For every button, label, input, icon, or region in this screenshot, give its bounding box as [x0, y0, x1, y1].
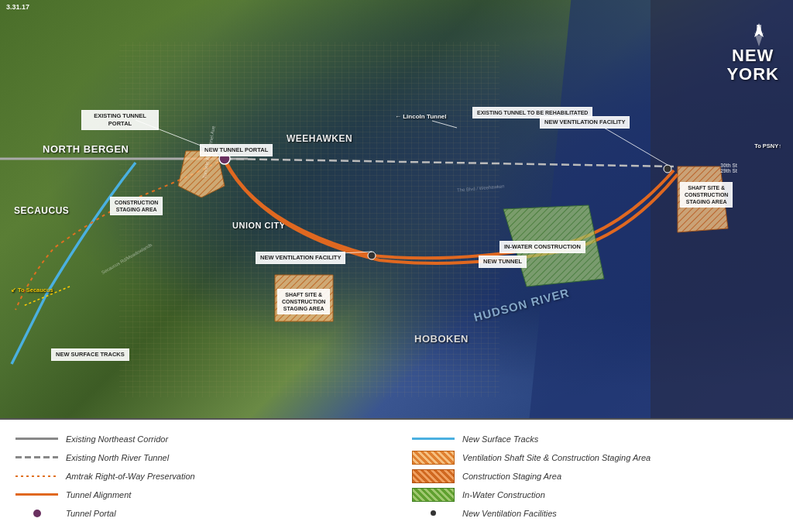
vent-shaft-label: Ventilation Shaft Site & Construction St… [462, 453, 651, 462]
legend-section: Existing Northeast Corridor New Surface … [0, 418, 793, 532]
map-section: 3.31.17 N NEWYORK NORTH BERGEN SECAUCUS … [0, 0, 793, 418]
new-surface-tracks-label: NEW SURFACE TRACKS [51, 348, 129, 361]
in-water-symbol [412, 488, 455, 502]
ne-corridor-label: Existing Northeast Corridor [66, 434, 168, 444]
surface-tracks-label: New Surface Tracks [462, 434, 538, 444]
north-river-symbol [15, 451, 58, 465]
legend-item-amtrak-row: Amtrak Right-of-Way Preservation [15, 469, 381, 483]
main-container: 3.31.17 N NEWYORK NORTH BERGEN SECAUCUS … [0, 0, 793, 532]
in-water-construction-label: IN-WATER CONSTRUCTION [499, 241, 585, 253]
north-bergen-label: NORTH BERGEN [43, 143, 129, 155]
legend-grid: Existing Northeast Corridor New Surface … [15, 432, 778, 520]
in-water-label: In-Water Construction [462, 490, 545, 499]
construction-staging-label: Construction Staging Area [462, 472, 561, 481]
tunnel-alignment-label: Tunnel Alignment [66, 490, 131, 499]
legend-item-vent-shaft: Ventilation Shaft Site & Construction St… [412, 451, 778, 465]
date-label: 3.31.17 [6, 3, 29, 11]
new-vent-facility-uc-label: NEW VENTILATION FACILITY [256, 252, 345, 264]
legend-item-new-vent: New Ventilation Facilities [412, 506, 778, 520]
new-vent-label: New Ventilation Facilities [462, 509, 557, 518]
to-secaucus-label: ↙ To Secaucus [11, 287, 53, 293]
tunnel-alignment-symbol [15, 488, 58, 502]
to-psny-label: To PSNY↑ [754, 142, 781, 149]
new-york-region-label: NEWYORK [726, 46, 779, 84]
legend-item-tunnel-portal: Tunnel Portal [15, 506, 381, 520]
ne-corridor-symbol [15, 432, 58, 446]
svg-marker-1 [754, 33, 764, 46]
tunnel-portal-label: Tunnel Portal [66, 509, 116, 518]
shaft-site-uc-label: SHAFT SITE &CONSTRUCTIONSTAGING AREA [277, 289, 330, 314]
new-vent-symbol [412, 506, 455, 520]
legend-item-north-river-tunnel: Existing North River Tunnel [15, 451, 381, 465]
legend-item-in-water: In-Water Construction [412, 488, 778, 502]
tunnel-portal-symbol [15, 506, 58, 520]
legend-item-ne-corridor: Existing Northeast Corridor [15, 432, 381, 446]
north-river-label: Existing North River Tunnel [66, 453, 169, 462]
union-city-label: UNION CITY [232, 221, 286, 230]
construction-staging-label: CONSTRUCTIONSTAGING AREA [110, 197, 163, 215]
surface-tracks-symbol [412, 432, 455, 446]
vent-shaft-symbol [412, 451, 455, 465]
new-tunnel-label: NEW TUNNEL [479, 256, 527, 268]
secaucus-label: SECAUCUS [14, 205, 69, 216]
30th-st-label: 30th St29th St [720, 163, 737, 173]
legend-item-tunnel-alignment: Tunnel Alignment [15, 488, 381, 502]
lincoln-tunnel-label: ← Lincoln Tunnel [395, 113, 447, 120]
construction-staging-symbol [412, 469, 455, 483]
weehawken-label: WEEHAWKEN [287, 133, 352, 144]
new-vent-facility-ny-label: NEW VENTILATION FACILITY [540, 116, 630, 129]
legend-item-surface-tracks: New Surface Tracks [412, 432, 778, 446]
north-arrow: N [747, 22, 771, 46]
legend-item-construction-staging: Construction Staging Area [412, 469, 778, 483]
amtrak-row-symbol [15, 469, 58, 483]
shaft-site-ny-label: SHAFT SITE &CONSTRUCTIONSTAGING AREA [680, 182, 733, 208]
amtrak-row-label: Amtrak Right-of-Way Preservation [66, 472, 195, 481]
svg-text:N: N [757, 23, 762, 31]
existing-tunnel-portal-label: EXISTING TUNNEL PORTAL [81, 110, 159, 130]
hoboken-label: HOBOKEN [414, 333, 469, 345]
